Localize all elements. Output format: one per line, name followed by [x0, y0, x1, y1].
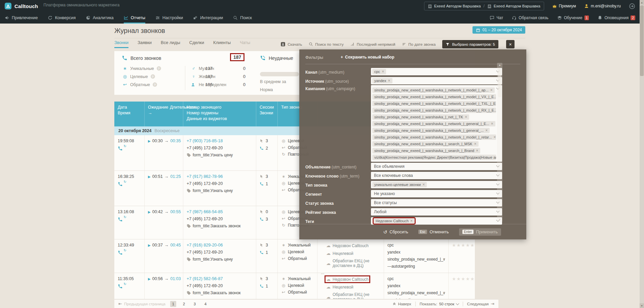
- sort-by-date-button[interactable]: По дате звонка: [402, 42, 435, 46]
- page-button-4[interactable]: 4: [202, 301, 209, 307]
- caller-number[interactable]: +7 (912) 582-56-87: [187, 276, 253, 281]
- filter-chip[interactable]: sinoby_prodaja_new_exeed_|_warshavka_|_s…: [372, 148, 480, 153]
- education-button[interactable]: Обучение 1: [557, 12, 589, 24]
- scroll-down-icon[interactable]: ▼: [640, 303, 644, 308]
- remove-chip-icon[interactable]: ×: [476, 148, 478, 153]
- brand[interactable]: Calltouch: [5, 3, 38, 9]
- filter-chip[interactable]: sinoby_prodaja_new_exeed_|_warshavka_|_n…: [372, 108, 496, 113]
- play-icon[interactable]: ▶: [148, 139, 151, 144]
- caller-number[interactable]: +7 (987) 668-54-85: [187, 209, 253, 214]
- remove-chip-icon[interactable]: ×: [494, 135, 496, 140]
- filter-chip[interactable]: sinoby_prodaja_new_exeed_|_warshavka_|_n…: [372, 128, 490, 133]
- filter-chip[interactable]: sinoby_prodaja_new_exeed_|_warshavka_|_s…: [372, 141, 479, 147]
- call-status-dropdown[interactable]: Все статусы: [371, 199, 502, 206]
- panel-scrollbar[interactable]: ▲ ▼: [497, 63, 502, 222]
- date-range-picker[interactable]: 01 – 20 октября 2024: [472, 26, 525, 34]
- filter-chip[interactable]: sinoby_prodaja_new_exeed_|_warshavka_|_n…: [372, 114, 469, 120]
- tab-clients[interactable]: Клиенты: [213, 40, 231, 48]
- filter-chip-annotated[interactable]: Недозвон Calltouch×: [374, 218, 415, 224]
- utm-campaign-dropdown[interactable]: sinoby_prodaja_new_exeed_|_warshavka_|_n…: [371, 85, 502, 162]
- nav-item-reports[interactable]: Отчеты: [124, 12, 145, 24]
- scroll-up-icon[interactable]: ▲: [640, 0, 644, 5]
- utm-source-dropdown[interactable]: yandex×: [371, 77, 502, 84]
- tab-calls[interactable]: Звонки: [114, 40, 128, 48]
- close-filters-icon[interactable]: ×: [506, 40, 515, 48]
- caller-number[interactable]: +7 (903) 716-85-18: [187, 139, 253, 143]
- filter-chip[interactable]: sinoby_prodaja_new_exeed_|_warshavka_|_n…: [372, 134, 496, 140]
- caller-number[interactable]: +7 (916) 829-20-06: [187, 243, 253, 247]
- tab-all-leads[interactable]: Все лиды: [161, 40, 180, 48]
- nav-item-conversion[interactable]: Конверсия: [48, 12, 76, 24]
- call-rating-dropdown[interactable]: Любой: [371, 208, 502, 216]
- user-account[interactable]: m.eni@sinoby.ru: [584, 4, 621, 8]
- remove-chip-icon[interactable]: ×: [490, 88, 493, 92]
- reset-button[interactable]: ↺Сбросить: [383, 229, 408, 235]
- call-tag-annotated[interactable]: ☁Недозвон Calltouch: [326, 276, 369, 282]
- scroll-up-icon[interactable]: ▲: [497, 64, 502, 67]
- filter-chip[interactable]: уникально-целевые звонки×: [372, 182, 427, 187]
- remove-chip-icon[interactable]: ×: [465, 115, 467, 119]
- feedback-button[interactable]: Обратная связь: [512, 12, 548, 24]
- save-filter-set-button[interactable]: +Сохранить новый набор: [341, 55, 394, 60]
- play-icon[interactable]: ▶: [148, 243, 151, 248]
- scroll-down-icon[interactable]: ▼: [497, 218, 502, 221]
- nav-item-analytics[interactable]: Аналитика: [86, 12, 114, 24]
- play-icon[interactable]: ▶: [148, 174, 151, 180]
- help-icon[interactable]: ?: [157, 66, 161, 71]
- filter-chip[interactable]: vizitka|Контекстная реклама|Яндекс Дирек…: [372, 155, 496, 160]
- tab-chats[interactable]: Чаты: [240, 40, 250, 48]
- utm-term-dropdown[interactable]: Все ключевые слова: [371, 172, 502, 179]
- remove-chip-icon[interactable]: ×: [388, 78, 390, 83]
- play-icon[interactable]: ▶: [148, 209, 151, 215]
- account-secondary[interactable]: Exeed Автодом Варшавка: [487, 4, 540, 8]
- call-tag[interactable]: ☁Нецелевой: [326, 251, 354, 256]
- segment-dropdown[interactable]: Не указано: [371, 190, 502, 197]
- premium-link[interactable]: Премиум: [552, 4, 576, 8]
- rating-stars[interactable]: ★★★★★: [452, 276, 475, 281]
- remove-chip-icon[interactable]: ×: [485, 128, 488, 133]
- utm-content-dropdown[interactable]: Все объявления: [371, 163, 502, 170]
- filter-chip[interactable]: yandex×: [372, 78, 392, 83]
- back-to-top-button[interactable]: Наверх: [392, 302, 411, 306]
- prev-page-button[interactable]: ⇤Предыдущая страница: [118, 301, 165, 306]
- page-scrollbar[interactable]: ▲ ▼: [640, 0, 644, 308]
- utm-medium-dropdown[interactable]: cpc×: [371, 68, 502, 75]
- chat-button[interactable]: Чат: [490, 12, 503, 24]
- filter-chip[interactable]: cpc×: [372, 69, 386, 74]
- rating-stars[interactable]: ★★★★★: [452, 243, 475, 248]
- remove-chip-icon[interactable]: ×: [382, 69, 384, 74]
- scroll-thumb[interactable]: [640, 5, 644, 76]
- help-icon[interactable]: ?: [153, 82, 157, 87]
- next-page-button[interactable]: Следующая⇥: [467, 301, 494, 306]
- filter-chip[interactable]: sinoby_prodaja_new_exeed_|_warshavka_|_n…: [372, 87, 495, 93]
- tags-dropdown[interactable]: Недозвон Calltouch×: [371, 217, 502, 225]
- download-button[interactable]: Скачать: [280, 42, 302, 47]
- notifications-button[interactable]: Оповещения 2: [598, 12, 635, 24]
- account-switcher[interactable]: Exeed Автодом Варшавка / Exeed Автодом В…: [424, 2, 544, 10]
- nav-item-settings[interactable]: Настройки: [155, 12, 183, 24]
- nav-item-attraction[interactable]: Привлечение: [5, 12, 38, 24]
- attribution-model-button[interactable]: Последний непрямой: [350, 42, 395, 46]
- nav-item-integrations[interactable]: Интеграции: [193, 12, 223, 24]
- filter-chip[interactable]: sinoby_prodaja_new_exeed_|_warshavka_|_n…: [372, 101, 496, 106]
- cancel-button[interactable]: EscОтменить: [418, 230, 449, 234]
- page-button-3[interactable]: 3: [192, 301, 198, 307]
- nav-item-search[interactable]: Поиск: [233, 12, 252, 24]
- scroll-thumb[interactable]: [498, 68, 501, 97]
- call-tag[interactable]: ☁Обработан ЕКЦ (не доставлен в ДЦ): [326, 258, 380, 268]
- remove-chip-icon[interactable]: ×: [410, 219, 413, 223]
- page-button-2[interactable]: 2: [181, 301, 187, 307]
- selected-filters-button[interactable]: Выбрано параметров: 5: [442, 40, 498, 48]
- play-icon[interactable]: ▶: [148, 276, 151, 282]
- rows-per-page-select[interactable]: Показать:50 строк: [420, 302, 459, 306]
- call-tag[interactable]: ☁Обработан ЕКЦ (не доставлен в ДЦ): [326, 292, 380, 299]
- remove-chip-icon[interactable]: ×: [474, 142, 477, 146]
- table-row[interactable]: 12:33:49 ↻ ▶00:37→00:45 +7 (916) 829-20-…: [114, 239, 475, 273]
- account-primary[interactable]: Exeed Автодом Варшавка: [428, 4, 481, 8]
- tab-requests[interactable]: Заявки: [138, 40, 152, 48]
- apply-button[interactable]: EnterПрименить: [459, 228, 501, 236]
- filter-chip[interactable]: sinoby_prodaja_new_exeed_|_warshavka_|_n…: [372, 121, 495, 126]
- help-icon[interactable]: ?: [151, 74, 155, 79]
- call-tag[interactable]: ☁Нецелевой: [326, 284, 354, 290]
- remove-chip-icon[interactable]: ×: [491, 121, 493, 126]
